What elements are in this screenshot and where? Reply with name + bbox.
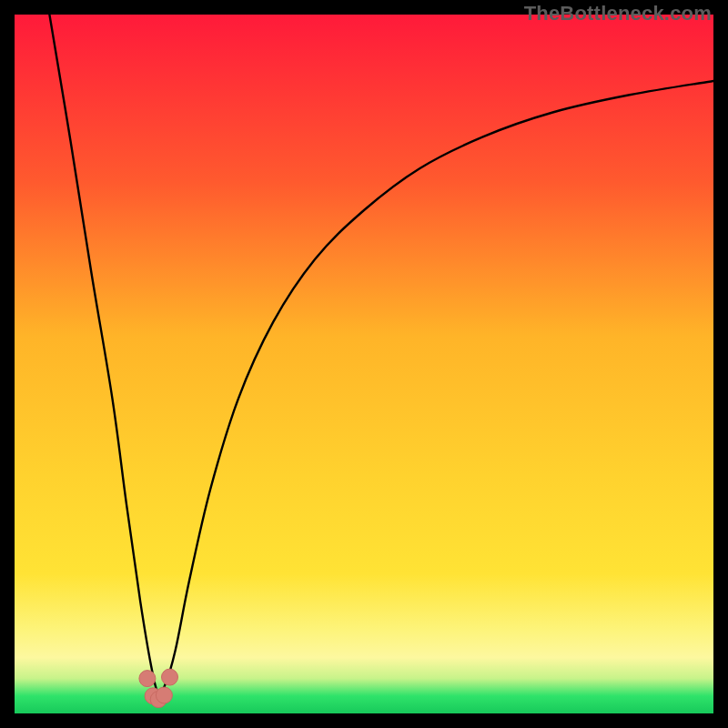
marker-dot-4	[162, 669, 178, 685]
watermark-text: TheBottleneck.com	[524, 2, 712, 25]
chart-frame: TheBottleneck.com	[0, 0, 728, 728]
marker-dot-3	[156, 687, 172, 703]
chart-svg	[15, 15, 713, 713]
plot-area	[15, 15, 713, 713]
marker-dot-0	[139, 671, 156, 687]
gradient-background	[15, 15, 713, 713]
